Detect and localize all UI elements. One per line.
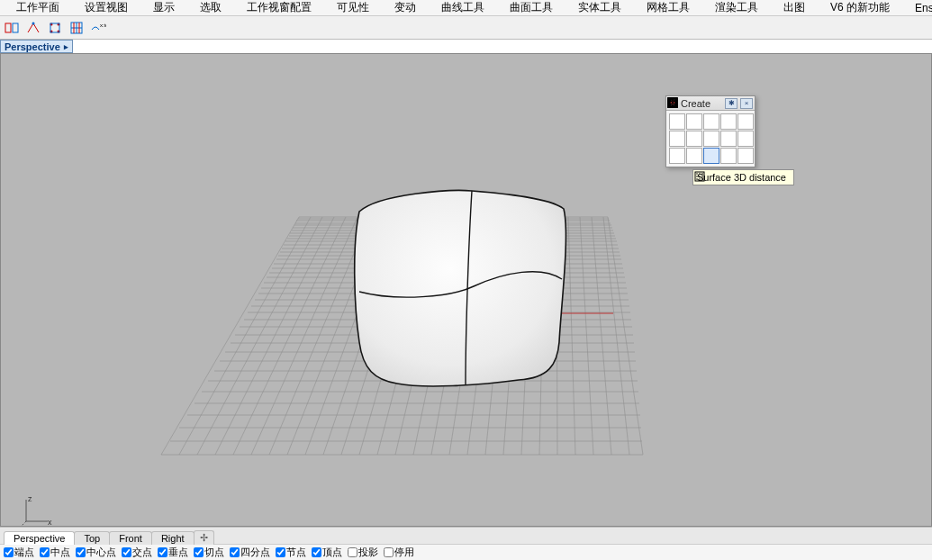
osnap-bar: 端点 中点 中心点 交点 垂点 切点 四分点 节点 顶点 投影 停用	[0, 544, 932, 560]
panel-tool-row3-1[interactable]	[669, 148, 685, 164]
svg-line-58	[233, 217, 346, 455]
viewtab-top[interactable]: Top	[74, 531, 110, 545]
panel-tool-row2-1[interactable]	[669, 131, 685, 147]
menu-item-14[interactable]: Enscape	[902, 1, 932, 15]
svg-text:x:test: x:test	[100, 23, 106, 28]
svg-line-85	[21, 521, 26, 527]
svg-text:x: x	[48, 518, 52, 527]
panel-tool-row2-5[interactable]	[737, 131, 754, 147]
viewtab-perspective[interactable]: Perspective	[4, 531, 75, 545]
menu-item-1[interactable]: 设置视图	[72, 0, 140, 16]
panel-tool-grid-box[interactable]	[720, 113, 737, 130]
menu-item-4[interactable]: 工作视窗配置	[234, 0, 324, 16]
panel-tool-row3-2[interactable]	[686, 148, 702, 164]
svg-line-54	[161, 217, 299, 455]
viewport-container: Perspective ▸	[0, 40, 932, 527]
menu-item-7[interactable]: 曲线工具	[429, 0, 497, 16]
svg-point-174	[696, 178, 698, 180]
tooltip: Surface 3D distance	[692, 169, 794, 185]
osnap-int[interactable]: 交点	[122, 546, 152, 559]
osnap-project[interactable]: 投影	[348, 546, 378, 559]
toolbar-btn-5[interactable]: x:test	[90, 20, 106, 36]
menu-item-13[interactable]: V6 的新功能	[818, 0, 902, 16]
svg-point-175	[699, 178, 701, 180]
panel-tool-arc-points[interactable]	[686, 113, 702, 130]
svg-line-55	[179, 217, 311, 455]
osnap-tan[interactable]: 切点	[194, 546, 224, 559]
panel-tool-surface-3d-distance[interactable]	[703, 148, 719, 164]
viewport-3d[interactable]: z x Create ✱ ×	[0, 53, 932, 527]
panel-tool-row3-4[interactable]	[720, 148, 737, 164]
panel-gear-icon[interactable]: ✱	[725, 98, 737, 109]
toolbar: x:test	[0, 16, 932, 40]
osnap-end[interactable]: 端点	[4, 546, 34, 559]
menu-item-10[interactable]: 网格工具	[634, 0, 702, 16]
osnap-quad[interactable]: 四分点	[230, 546, 270, 559]
toolbar-btn-3[interactable]	[47, 20, 63, 36]
svg-point-172	[699, 176, 701, 177]
svg-point-2	[32, 22, 35, 24]
viewport-title-label: Perspective	[5, 41, 60, 52]
svg-text:z: z	[28, 494, 32, 503]
toolbar-btn-4[interactable]	[68, 20, 85, 36]
svg-point-168	[696, 173, 698, 175]
panel-tool-dotgrid-dense[interactable]	[703, 113, 719, 130]
menu-item-5[interactable]: 可见性	[324, 0, 382, 16]
osnap-perp[interactable]: 垂点	[158, 546, 188, 559]
svg-point-169	[699, 173, 701, 175]
svg-line-79	[592, 217, 611, 455]
viewtab-right[interactable]: Right	[151, 531, 195, 545]
tooltip-text: Surface 3D distance	[697, 172, 786, 183]
menu-item-9[interactable]: 实体工具	[566, 0, 634, 16]
panel-tool-points-grid[interactable]	[669, 113, 685, 130]
panel-title: Create	[679, 98, 722, 109]
svg-rect-1	[13, 23, 18, 32]
toolbar-btn-1[interactable]	[4, 20, 20, 36]
panel-tool-row2-2[interactable]	[686, 131, 702, 147]
svg-line-78	[580, 217, 593, 455]
menu-item-2[interactable]: 显示	[140, 0, 187, 16]
viewport-dropdown-icon[interactable]: ▸	[64, 42, 68, 51]
viewport-tabs: Perspective Top Front Right ✢	[0, 527, 932, 544]
osnap-cen[interactable]: 中心点	[76, 546, 116, 559]
panel-tool-row3-5[interactable]	[737, 148, 754, 164]
osnap-disable[interactable]: 停用	[384, 546, 414, 559]
osnap-mid[interactable]: 中点	[40, 546, 70, 559]
tooltip-icon	[693, 170, 706, 183]
svg-point-173	[701, 176, 703, 177]
panel-tool-row2-3[interactable]	[703, 131, 719, 147]
menu-item-6[interactable]: 变动	[382, 0, 429, 16]
svg-line-57	[215, 217, 334, 455]
panel-tool-row2-4[interactable]	[720, 131, 737, 147]
menu-item-8[interactable]: 曲面工具	[497, 0, 566, 16]
svg-rect-0	[5, 23, 11, 32]
menu-bar: 工作平面 设置视图 显示 选取 工作视窗配置 可见性 变动 曲线工具 曲面工具 …	[0, 0, 932, 16]
panel-body	[666, 111, 755, 167]
menu-item-11[interactable]: 渲染工具	[702, 0, 771, 16]
viewtab-front[interactable]: Front	[109, 531, 152, 545]
menu-item-12[interactable]: 出图	[771, 0, 818, 16]
menu-item-3[interactable]: 选取	[187, 0, 234, 16]
viewport-title-bar[interactable]: Perspective ▸	[0, 40, 73, 53]
svg-point-170	[701, 173, 703, 175]
panel-header[interactable]: Create ✱ ×	[666, 96, 755, 111]
osnap-vertex[interactable]: 顶点	[312, 546, 342, 559]
svg-line-56	[197, 217, 322, 455]
svg-point-176	[701, 178, 703, 180]
svg-line-59	[251, 217, 357, 455]
svg-point-171	[696, 176, 698, 177]
menu-item-0[interactable]: 工作平面	[4, 0, 72, 16]
toolbar-btn-2[interactable]	[25, 20, 41, 36]
osnap-knot[interactable]: 节点	[276, 546, 306, 559]
viewtab-add[interactable]: ✢	[194, 530, 214, 545]
paneling-create-panel[interactable]: Create ✱ ×	[665, 95, 756, 167]
panel-tool-grid-skew[interactable]	[737, 113, 754, 130]
panel-close-icon[interactable]: ×	[740, 98, 753, 109]
svg-line-77	[568, 217, 575, 455]
